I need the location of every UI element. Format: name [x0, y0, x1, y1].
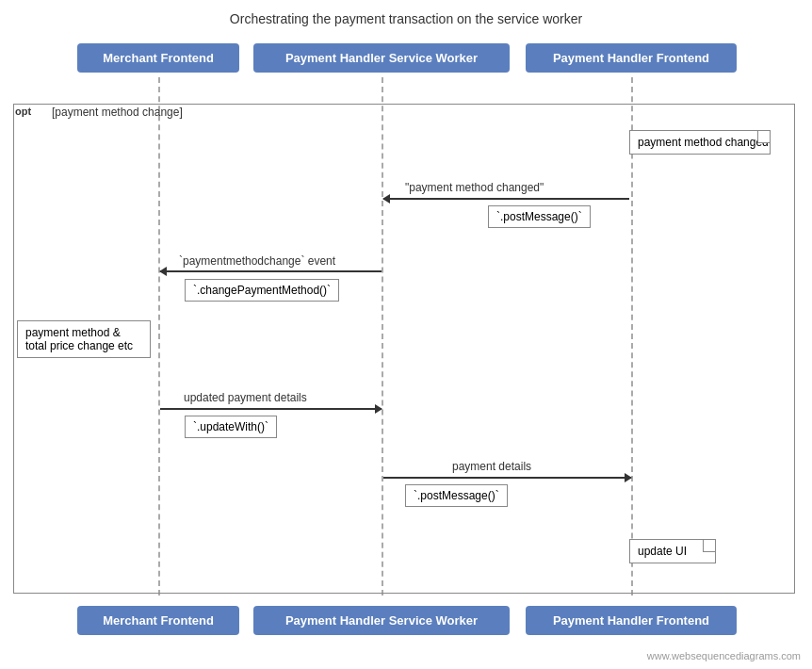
arrow-updated-payment: [160, 408, 382, 410]
arrow-payment-method-changed: [383, 198, 629, 200]
code-postmessage-1: `.postMessage()`: [488, 205, 591, 228]
footer-payment-frontend: Payment Handler Frontend: [526, 606, 737, 635]
watermark: www.websequencediagrams.com: [647, 650, 801, 661]
arrow-paymentmethodchange: [160, 270, 382, 272]
footer-service-worker: Payment Handler Service Worker: [253, 606, 510, 635]
footer-merchant: Merchant Frontend: [77, 606, 239, 635]
arrow-label-paymentmethodchange: `paymentmethodchange` event: [179, 254, 335, 268]
code-changepaymentmethod: `.changePaymentMethod()`: [185, 279, 339, 302]
opt-guard: [payment method change]: [52, 106, 183, 119]
arrow-payment-details: [383, 477, 631, 479]
note-payment-method-changed: payment method changed: [629, 130, 771, 155]
arrow-label-payment-method-changed: "payment method changed": [405, 181, 544, 194]
diagram-title: Orchestrating the payment transaction on…: [0, 0, 812, 34]
arrow-label-payment-details: payment details: [452, 460, 531, 473]
arrow-label-updated-payment: updated payment details: [184, 391, 307, 404]
header-service-worker: Payment Handler Service Worker: [253, 43, 510, 73]
side-note-payment-method: payment method & total price change etc: [17, 320, 151, 358]
diagram-container: Orchestrating the payment transaction on…: [0, 0, 812, 669]
header-merchant: Merchant Frontend: [77, 43, 239, 73]
code-updatewith: `.updateWith()`: [185, 416, 277, 438]
header-payment-frontend: Payment Handler Frontend: [526, 43, 737, 73]
code-postmessage-2: `.postMessage()`: [405, 484, 508, 507]
opt-label: opt: [15, 106, 31, 117]
note-update-ui: update UI: [629, 539, 716, 563]
